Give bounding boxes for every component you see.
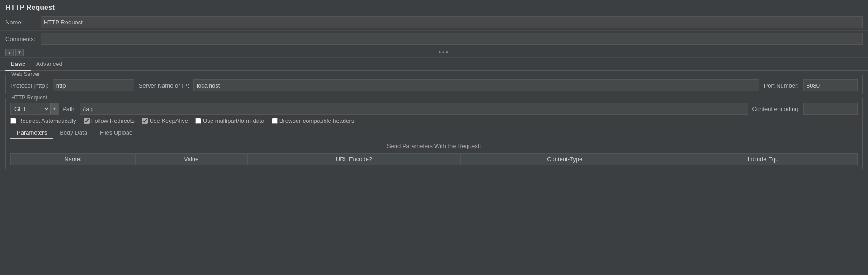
sub-tabs-bar: Parameters Body Data Files Upload (10, 127, 858, 139)
browser-headers-label: Browser-compatible headers (279, 117, 354, 124)
page-title: HTTP Request (5, 4, 863, 12)
dots-separator: ••• (25, 49, 863, 56)
tabs-bar: Basic Advanced (0, 58, 868, 71)
section-content: Web Server Protocol [http]: Server Name … (0, 71, 868, 176)
arrow-down-button[interactable]: ▼ (15, 49, 24, 56)
sub-tab-files-upload[interactable]: Files Upload (94, 127, 139, 139)
use-multipart-input[interactable] (195, 118, 201, 124)
col-include-equ: Include Equ (669, 154, 857, 165)
name-input[interactable] (41, 16, 863, 28)
use-multipart-checkbox[interactable]: Use multipart/form-data (195, 117, 264, 124)
arrows-row: ▲ ▼ ••• (0, 47, 868, 58)
page-container: HTTP Request Name: Comments: ▲ ▼ ••• Bas… (0, 0, 868, 176)
comments-input[interactable] (41, 33, 863, 45)
follow-redirects-checkbox[interactable]: Follow Redirects (84, 117, 135, 124)
server-input[interactable] (193, 79, 760, 91)
tab-basic[interactable]: Basic (5, 58, 31, 71)
name-label: Name: (5, 19, 37, 26)
browser-headers-input[interactable] (272, 118, 278, 124)
server-label: Server Name or IP: (139, 82, 189, 89)
use-keepalive-input[interactable] (142, 118, 148, 124)
col-name: Name: (11, 154, 136, 165)
arrow-up-button[interactable]: ▲ (5, 49, 14, 56)
path-input[interactable] (80, 103, 748, 115)
use-multipart-label: Use multipart/form-data (203, 117, 264, 124)
port-input[interactable] (803, 79, 858, 91)
use-keepalive-label: Use KeepAlive (150, 117, 188, 124)
tab-advanced[interactable]: Advanced (31, 58, 68, 71)
name-row: Name: (0, 14, 868, 31)
sub-tab-parameters[interactable]: Parameters (10, 127, 53, 139)
comments-label: Comments: (5, 36, 37, 42)
sub-tab-body-data[interactable]: Body Data (53, 127, 94, 139)
redirect-auto-input[interactable] (10, 118, 16, 124)
follow-redirects-label: Follow Redirects (91, 117, 135, 124)
protocol-input[interactable] (53, 79, 134, 91)
http-request-group: HTTP Request GET POST PUT DELETE HEAD OP… (5, 98, 863, 169)
redirect-auto-label: Redirect Automatically (18, 117, 76, 124)
method-dropdown[interactable]: GET POST PUT DELETE HEAD OPTIONS PATCH ▼ (10, 103, 59, 115)
col-content-type: Content-Type (461, 154, 669, 165)
method-path-row: GET POST PUT DELETE HEAD OPTIONS PATCH ▼… (10, 103, 858, 115)
web-server-title: Web Server (9, 71, 42, 77)
follow-redirects-input[interactable] (84, 118, 90, 124)
send-params-label: Send Parameters With the Request: (10, 139, 858, 153)
content-encoding-label: Content encoding: (752, 106, 800, 112)
path-label: Path: (62, 106, 76, 112)
use-keepalive-checkbox[interactable]: Use KeepAlive (142, 117, 188, 124)
title-bar: HTTP Request (0, 0, 868, 14)
http-request-title: HTTP Request (9, 94, 49, 101)
browser-headers-checkbox[interactable]: Browser-compatible headers (272, 117, 354, 124)
protocol-label: Protocol [http]: (10, 82, 48, 89)
web-server-row: Protocol [http]: Server Name or IP: Port… (10, 79, 858, 91)
params-table: Name: Value URL Encode? Content-Type Inc… (10, 153, 858, 165)
port-label: Port Number: (764, 82, 799, 89)
comments-row: Comments: (0, 31, 868, 47)
method-select[interactable]: GET POST PUT DELETE HEAD OPTIONS PATCH (11, 103, 50, 114)
redirect-auto-checkbox[interactable]: Redirect Automatically (10, 117, 76, 124)
col-value: Value (135, 154, 247, 165)
content-encoding-input[interactable] (803, 103, 858, 115)
method-arrow-icon: ▼ (50, 103, 58, 114)
col-url-encode: URL Encode? (247, 154, 461, 165)
web-server-group: Web Server Protocol [http]: Server Name … (5, 75, 863, 94)
checkboxes-row: Redirect Automatically Follow Redirects … (10, 117, 858, 124)
